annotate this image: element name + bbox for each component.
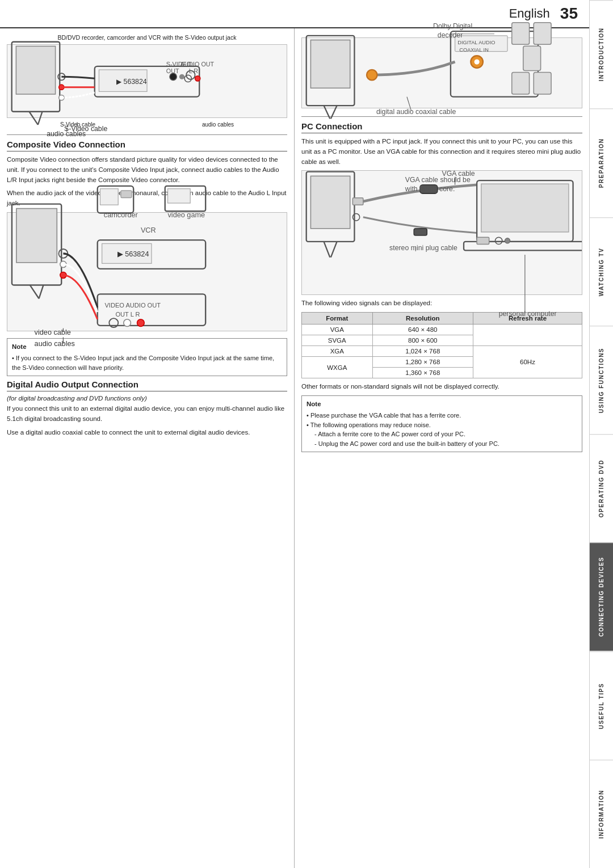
svg-rect-83: [477, 237, 489, 244]
svg-rect-35: [168, 189, 191, 203]
svg-point-84: [495, 237, 502, 244]
svg-line-74: [324, 242, 330, 258]
dolby-svg: DIGITAL AUDIO COAXIAL IN Dolby Digital d…: [302, 18, 582, 128]
svg-text:VGA cable should be: VGA cable should be: [405, 176, 471, 184]
svg-text:▶ 563824: ▶ 563824: [116, 78, 147, 86]
sidebar-tab-dvd[interactable]: OPERATING DVD: [590, 434, 613, 542]
svg-point-45: [124, 319, 131, 327]
svg-line-3: [38, 112, 43, 125]
svg-rect-64: [310, 40, 350, 89]
svg-text:camcorder: camcorder: [104, 212, 138, 220]
dolby-diagram: DIGITAL AUDIO COAXIAL IN Dolby Digital d…: [301, 37, 582, 108]
digital-text-2: Use a digital audio coaxial cable to con…: [7, 428, 287, 438]
composite-svg: camcorder video game ▶ 563824 VCR VIDEO …: [7, 177, 287, 366]
svg-rect-52: [512, 23, 530, 45]
sidebar-tab-introduction[interactable]: INTRODUCTION: [590, 0, 613, 108]
svg-text:AUDIO OUT: AUDIO OUT: [180, 61, 214, 68]
svg-text:with ferrite core.: with ferrite core.: [405, 184, 455, 192]
digital-text-1: If you connect this unit to an external …: [7, 404, 287, 424]
svg-line-66: [331, 106, 337, 119]
sidebar-tab-connecting[interactable]: CONNECTING DEVICES: [590, 542, 613, 651]
svg-point-85: [505, 238, 510, 243]
svg-text:personal computer: personal computer: [499, 310, 557, 318]
sidebar-tab-information[interactable]: INFORMATION: [590, 760, 613, 868]
pc-note-item-2: The following operations may reduce nois…: [306, 420, 577, 430]
refresh-hz: 60Hz: [473, 346, 582, 378]
res-wxga-1: 1,280 × 768: [372, 357, 473, 368]
svg-text:Dolby Digital: Dolby Digital: [433, 23, 472, 31]
svg-point-77: [352, 214, 359, 221]
svg-rect-54: [523, 47, 541, 71]
digital-subtitle: (for digital broadcasting and DVD functi…: [7, 395, 287, 402]
sidebar-tab-preparation[interactable]: PREPARATION: [590, 108, 613, 217]
svg-text:OUT   L      R: OUT L R: [115, 311, 140, 318]
svg-text:OUT: OUT: [166, 68, 179, 74]
res-svga: 800 × 600: [372, 335, 473, 346]
composite-section: Composite Video Connection Composite Vid…: [7, 140, 287, 335]
svg-text:DIGITAL AUDIO: DIGITAL AUDIO: [457, 40, 495, 45]
pc-section: PC Connection This unit is equipped with…: [301, 121, 582, 456]
svg-text:L    R: L R: [189, 68, 199, 74]
svg-text:video cable: video cable: [35, 328, 71, 336]
svg-text:VCR: VCR: [141, 227, 156, 235]
svg-rect-73: [310, 176, 350, 228]
svg-rect-81: [481, 184, 569, 232]
svg-rect-56: [534, 73, 551, 95]
sidebar-tab-useful[interactable]: USEFUL TIPS: [590, 651, 613, 760]
svg-point-18: [195, 76, 200, 81]
pc-svg: VGA cable VGA cable should be with ferri…: [302, 137, 582, 329]
svideo-diagram-svg: ▶ 563824 S-VIDEO OUT AUDIO OUT L R: [7, 24, 287, 138]
svg-rect-55: [512, 73, 530, 95]
res-wxga-2: 1,360 × 768: [372, 368, 473, 378]
digital-audio-section: Digital Audio Output Connection (for dig…: [7, 380, 287, 441]
format-svga: SVGA: [302, 335, 373, 346]
composite-title: Composite Video Connection: [7, 140, 287, 151]
format-wxga: WXGA: [302, 357, 373, 378]
format-xga: XGA: [302, 346, 373, 357]
pc-note-sub-2: Unplug the AC power cord and use the bui…: [306, 439, 577, 449]
svg-rect-41: [98, 294, 205, 326]
svg-rect-24: [16, 209, 57, 263]
table-note-text: Other formats or non-standard signals wi…: [301, 382, 582, 392]
right-column: DIGITAL AUDIO COAXIAL IN Dolby Digital d…: [295, 28, 589, 868]
sidebar: INTRODUCTION PREPARATION WATCHING TV USI…: [589, 0, 613, 868]
svg-text:video game: video game: [168, 212, 205, 220]
res-xga: 1,024 × 768: [372, 346, 473, 357]
composite-diagram: camcorder video game ▶ 563824 VCR VIDEO …: [7, 212, 287, 331]
svg-text:audio cables: audio cables: [47, 130, 86, 138]
svg-line-25: [30, 285, 39, 299]
svg-point-11: [179, 74, 184, 79]
sidebar-tab-functions[interactable]: USING FUNCTIONS: [590, 326, 613, 434]
svg-text:stereo mini plug cable: stereo mini plug cable: [389, 244, 457, 252]
sidebar-tab-watching[interactable]: WATCHING TV: [590, 217, 613, 326]
svg-text:VIDEO  AUDIO OUT: VIDEO AUDIO OUT: [104, 302, 161, 309]
svg-line-2: [29, 112, 37, 125]
svideo-diagram: ▶ 563824 S-VIDEO OUT AUDIO OUT L R: [7, 44, 287, 118]
pc-note-title: Note: [306, 399, 577, 409]
svg-point-46: [137, 319, 145, 327]
main-content: BD/DVD recorder, camcorder and VCR with …: [0, 28, 589, 868]
svg-text:audio cables: audio cables: [35, 340, 75, 348]
left-column: BD/DVD recorder, camcorder and VCR with …: [0, 28, 295, 868]
svg-rect-76: [352, 198, 363, 205]
svg-point-62: [367, 70, 377, 80]
svg-rect-53: [534, 23, 551, 45]
digital-title: Digital Audio Output Connection: [7, 380, 287, 391]
svg-line-75: [331, 242, 337, 258]
svg-text:digital audio coaxial cable: digital audio coaxial cable: [376, 108, 456, 116]
svg-line-26: [39, 285, 44, 299]
svideo-diagram-area: BD/DVD recorder, camcorder and VCR with …: [7, 34, 287, 130]
pc-note-item-1: Please purchase the VGA cable that has a…: [306, 411, 577, 420]
svg-rect-31: [100, 189, 118, 205]
pc-note-box: Note Please purchase the VGA cable that …: [301, 395, 582, 452]
svg-rect-1: [16, 47, 55, 95]
svg-rect-32: [121, 191, 132, 198]
pc-diagram: VGA cable VGA cable should be with ferri…: [301, 170, 582, 295]
svg-text:decoder: decoder: [438, 31, 463, 39]
svg-point-61: [475, 60, 480, 65]
svg-line-65: [324, 106, 330, 119]
svg-rect-79: [414, 229, 427, 235]
pc-note-sub-1: Attach a ferrite core to the AC power co…: [306, 429, 577, 439]
svg-text:COAXIAL IN: COAXIAL IN: [459, 47, 489, 53]
table-row: XGA 1,024 × 768 60Hz: [302, 346, 582, 357]
